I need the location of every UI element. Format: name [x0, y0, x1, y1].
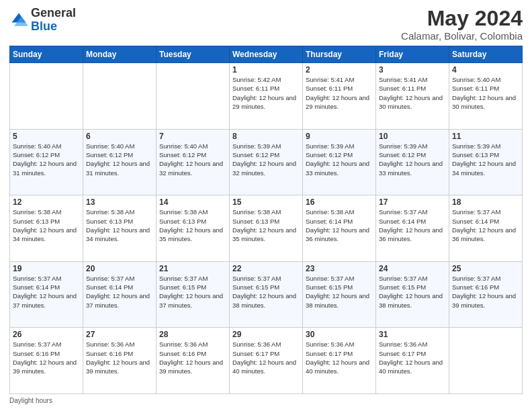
calendar-header-row: SundayMondayTuesdayWednesdayThursdayFrid… [10, 46, 523, 63]
calendar-cell-2-3: 7Sunrise: 5:40 AM Sunset: 6:12 PM Daylig… [157, 129, 230, 195]
calendar-header-wednesday: Wednesday [230, 46, 303, 63]
footer: Daylight hours [9, 397, 523, 404]
day-info: Sunrise: 5:37 AM Sunset: 6:15 PM Dayligh… [306, 274, 373, 310]
calendar-cell-3-6: 17Sunrise: 5:37 AM Sunset: 6:14 PM Dayli… [376, 195, 449, 262]
calendar-header-thursday: Thursday [303, 46, 376, 63]
day-info: Sunrise: 5:39 AM Sunset: 6:12 PM Dayligh… [232, 142, 300, 177]
calendar-cell-4-1: 19Sunrise: 5:37 AM Sunset: 6:14 PM Dayli… [10, 261, 83, 328]
day-info: Sunrise: 5:37 AM Sunset: 6:15 PM Dayligh… [159, 274, 226, 310]
day-number: 23 [306, 264, 373, 273]
day-info: Sunrise: 5:40 AM Sunset: 6:12 PM Dayligh… [159, 142, 226, 177]
page: General Blue May 2024 Calamar, Bolivar, … [0, 0, 532, 411]
calendar-header-sunday: Sunday [10, 46, 83, 63]
day-number: 21 [159, 264, 226, 273]
day-info: Sunrise: 5:40 AM Sunset: 6:12 PM Dayligh… [86, 142, 153, 177]
logo-text: General Blue [31, 7, 76, 34]
day-number: 5 [13, 132, 80, 141]
calendar-cell-2-5: 9Sunrise: 5:39 AM Sunset: 6:12 PM Daylig… [303, 129, 376, 195]
calendar-table: SundayMondayTuesdayWednesdayThursdayFrid… [9, 46, 523, 394]
calendar-cell-5-7 [449, 328, 523, 394]
day-info: Sunrise: 5:36 AM Sunset: 6:17 PM Dayligh… [232, 340, 300, 375]
day-number: 6 [86, 132, 153, 141]
logo-icon [9, 11, 28, 30]
calendar-cell-1-3 [157, 63, 230, 130]
day-info: Sunrise: 5:37 AM Sunset: 6:15 PM Dayligh… [232, 274, 300, 310]
day-info: Sunrise: 5:41 AM Sunset: 6:11 PM Dayligh… [379, 75, 446, 111]
day-number: 28 [159, 330, 226, 339]
day-number: 30 [306, 330, 373, 339]
calendar-cell-3-1: 12Sunrise: 5:38 AM Sunset: 6:13 PM Dayli… [10, 195, 83, 262]
calendar-cell-5-6: 31Sunrise: 5:36 AM Sunset: 6:17 PM Dayli… [376, 328, 449, 394]
day-number: 8 [232, 132, 300, 141]
calendar-cell-5-5: 30Sunrise: 5:36 AM Sunset: 6:17 PM Dayli… [303, 328, 376, 394]
day-info: Sunrise: 5:38 AM Sunset: 6:13 PM Dayligh… [13, 208, 80, 243]
day-number: 17 [379, 197, 446, 207]
day-info: Sunrise: 5:38 AM Sunset: 6:13 PM Dayligh… [232, 208, 300, 243]
day-info: Sunrise: 5:38 AM Sunset: 6:13 PM Dayligh… [86, 208, 153, 243]
day-number: 14 [159, 197, 226, 207]
header: General Blue May 2024 Calamar, Bolivar, … [9, 7, 523, 42]
day-number: 18 [452, 197, 519, 207]
day-number: 20 [86, 264, 153, 273]
calendar-cell-2-2: 6Sunrise: 5:40 AM Sunset: 6:12 PM Daylig… [83, 129, 157, 195]
calendar-cell-1-2 [83, 63, 157, 130]
day-number: 12 [13, 197, 80, 207]
day-info: Sunrise: 5:37 AM Sunset: 6:14 PM Dayligh… [86, 274, 153, 310]
day-info: Sunrise: 5:37 AM Sunset: 6:14 PM Dayligh… [379, 208, 446, 243]
calendar-cell-2-4: 8Sunrise: 5:39 AM Sunset: 6:12 PM Daylig… [230, 129, 303, 195]
day-number: 11 [452, 132, 519, 141]
day-info: Sunrise: 5:38 AM Sunset: 6:14 PM Dayligh… [306, 208, 373, 243]
calendar-week-3: 12Sunrise: 5:38 AM Sunset: 6:13 PM Dayli… [10, 195, 523, 262]
day-number: 27 [86, 330, 153, 339]
day-info: Sunrise: 5:42 AM Sunset: 6:11 PM Dayligh… [232, 75, 300, 111]
calendar-cell-5-1: 26Sunrise: 5:37 AM Sunset: 6:16 PM Dayli… [10, 328, 83, 394]
calendar-cell-1-5: 2Sunrise: 5:41 AM Sunset: 6:11 PM Daylig… [303, 63, 376, 130]
day-number: 29 [232, 330, 300, 339]
calendar-cell-2-7: 11Sunrise: 5:39 AM Sunset: 6:13 PM Dayli… [449, 129, 523, 195]
day-number: 31 [379, 330, 446, 339]
calendar-cell-2-1: 5Sunrise: 5:40 AM Sunset: 6:12 PM Daylig… [10, 129, 83, 195]
calendar-cell-4-6: 24Sunrise: 5:37 AM Sunset: 6:15 PM Dayli… [376, 261, 449, 328]
calendar-cell-3-7: 18Sunrise: 5:37 AM Sunset: 6:14 PM Dayli… [449, 195, 523, 262]
calendar-cell-3-4: 15Sunrise: 5:38 AM Sunset: 6:13 PM Dayli… [230, 195, 303, 262]
calendar-cell-2-6: 10Sunrise: 5:39 AM Sunset: 6:12 PM Dayli… [376, 129, 449, 195]
day-number: 26 [13, 330, 80, 339]
calendar-cell-4-5: 23Sunrise: 5:37 AM Sunset: 6:15 PM Dayli… [303, 261, 376, 328]
day-number: 4 [452, 65, 519, 75]
day-info: Sunrise: 5:36 AM Sunset: 6:17 PM Dayligh… [306, 340, 373, 375]
day-info: Sunrise: 5:37 AM Sunset: 6:14 PM Dayligh… [452, 208, 519, 243]
day-number: 19 [13, 264, 80, 273]
calendar-header-tuesday: Tuesday [157, 46, 230, 63]
logo-blue: Blue [31, 19, 57, 33]
day-number: 10 [379, 132, 446, 141]
calendar-header-friday: Friday [376, 46, 449, 63]
day-info: Sunrise: 5:36 AM Sunset: 6:17 PM Dayligh… [379, 340, 446, 375]
day-info: Sunrise: 5:41 AM Sunset: 6:11 PM Dayligh… [306, 75, 373, 111]
day-info: Sunrise: 5:36 AM Sunset: 6:16 PM Dayligh… [86, 340, 153, 375]
main-title: May 2024 [401, 7, 523, 30]
calendar-header-monday: Monday [83, 46, 157, 63]
day-number: 15 [232, 197, 300, 207]
subtitle: Calamar, Bolivar, Colombia [401, 30, 523, 42]
calendar-cell-3-5: 16Sunrise: 5:38 AM Sunset: 6:14 PM Dayli… [303, 195, 376, 262]
day-info: Sunrise: 5:40 AM Sunset: 6:12 PM Dayligh… [13, 142, 80, 177]
calendar-cell-1-6: 3Sunrise: 5:41 AM Sunset: 6:11 PM Daylig… [376, 63, 449, 130]
calendar-cell-4-2: 20Sunrise: 5:37 AM Sunset: 6:14 PM Dayli… [83, 261, 157, 328]
calendar-cell-1-1 [10, 63, 83, 130]
day-number: 24 [379, 264, 446, 273]
day-number: 1 [232, 65, 300, 75]
logo: General Blue [9, 7, 76, 34]
day-number: 16 [306, 197, 373, 207]
calendar-cell-5-4: 29Sunrise: 5:36 AM Sunset: 6:17 PM Dayli… [230, 328, 303, 394]
calendar-cell-4-7: 25Sunrise: 5:37 AM Sunset: 6:16 PM Dayli… [449, 261, 523, 328]
day-number: 9 [306, 132, 373, 141]
calendar-cell-1-7: 4Sunrise: 5:40 AM Sunset: 6:11 PM Daylig… [449, 63, 523, 130]
day-number: 25 [452, 264, 519, 273]
calendar-header-saturday: Saturday [449, 46, 523, 63]
calendar-cell-5-2: 27Sunrise: 5:36 AM Sunset: 6:16 PM Dayli… [83, 328, 157, 394]
calendar-cell-5-3: 28Sunrise: 5:36 AM Sunset: 6:16 PM Dayli… [157, 328, 230, 394]
calendar-week-1: 1Sunrise: 5:42 AM Sunset: 6:11 PM Daylig… [10, 63, 523, 130]
day-info: Sunrise: 5:39 AM Sunset: 6:13 PM Dayligh… [452, 142, 519, 177]
day-info: Sunrise: 5:36 AM Sunset: 6:16 PM Dayligh… [159, 340, 226, 375]
day-info: Sunrise: 5:37 AM Sunset: 6:15 PM Dayligh… [379, 274, 446, 310]
